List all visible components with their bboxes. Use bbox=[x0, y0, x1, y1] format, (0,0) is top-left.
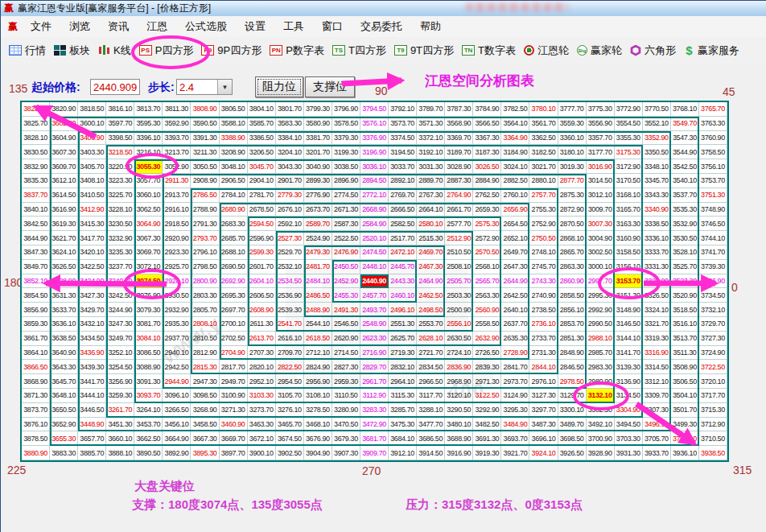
gann-cell: 3674.50 bbox=[276, 431, 304, 446]
toolbar-item-p-number-table[interactable]: PNP数字表 bbox=[270, 43, 324, 58]
gann-cell: 2942.50 bbox=[163, 360, 191, 374]
gann-cell: 2784.10 bbox=[220, 188, 248, 203]
gann-cell: 2455.30 bbox=[332, 288, 360, 303]
gann-cell: 2800.90 bbox=[191, 274, 219, 289]
gann-highlight-cell-0度: 3153.70 bbox=[615, 274, 643, 289]
gann-cell: 3748.90 bbox=[699, 203, 727, 217]
gann-cell: 3057.70 bbox=[134, 174, 163, 188]
toolbar-item-kline[interactable]: K线 bbox=[98, 43, 131, 58]
gann-cell: 2968.90 bbox=[445, 374, 473, 389]
toolbar-item-9t-square[interactable]: T99T四方形 bbox=[394, 43, 454, 58]
gann-cell: 3283.30 bbox=[360, 403, 389, 418]
gann-cell: 3064.90 bbox=[134, 217, 163, 231]
gann-cell: 2731.30 bbox=[529, 346, 558, 361]
gann-cell: 2592.10 bbox=[276, 217, 304, 231]
menu-item-公式选股[interactable]: 公式选股 bbox=[176, 20, 236, 32]
gann-cell: 3520.90 bbox=[671, 288, 699, 303]
gann-cell: 2940.10 bbox=[163, 346, 191, 361]
toolbar-item-t-square[interactable]: TST四方形 bbox=[332, 43, 386, 58]
toolbar-item-label: T数字表 bbox=[478, 43, 516, 58]
gann-cell: 2714.50 bbox=[332, 346, 360, 361]
menu-item-文件[interactable]: 文件 bbox=[22, 20, 60, 32]
gann-cell: 3847.30 bbox=[22, 245, 50, 260]
badge-green: T9 bbox=[394, 45, 407, 56]
gann-cell: 3271.30 bbox=[220, 403, 248, 418]
gann-cell: 3494.50 bbox=[615, 418, 643, 432]
menu-item-交易委托[interactable]: 交易委托 bbox=[352, 20, 411, 32]
gann-cell: 3676.90 bbox=[304, 431, 332, 446]
gann-cell: 2702.50 bbox=[220, 332, 248, 346]
gann-cell: 3660.10 bbox=[106, 431, 134, 446]
gann-cell: 2779.30 bbox=[276, 188, 304, 203]
menu-item-浏览[interactable]: 浏览 bbox=[60, 20, 99, 32]
gann-cell: 2563.30 bbox=[473, 288, 501, 303]
gann-cell: 3180.10 bbox=[558, 145, 587, 159]
gann-cell: 3016.90 bbox=[587, 159, 615, 174]
toolbar-item-winner-wheel[interactable]: Big赢家轮 bbox=[577, 43, 622, 58]
gann-cell: 2726.50 bbox=[473, 346, 501, 361]
toolbar-item-label: P数字表 bbox=[286, 43, 324, 58]
gann-cell: 2863.30 bbox=[558, 260, 587, 274]
gann-cell: 2640.10 bbox=[501, 303, 529, 317]
menu-item-工具[interactable]: 工具 bbox=[274, 20, 313, 32]
toolbar-item-hexagon[interactable]: 六角形 bbox=[630, 43, 676, 58]
gann-cell: 3825.70 bbox=[22, 117, 50, 131]
gann-cell: 3151.30 bbox=[615, 288, 643, 303]
gann-cell: 3489.70 bbox=[558, 418, 587, 432]
support-button[interactable]: 支撑位 bbox=[305, 76, 355, 97]
gann-cell: 3506.50 bbox=[671, 374, 699, 389]
gann-cell: 3820.90 bbox=[50, 102, 78, 117]
badge-red: PS bbox=[139, 45, 152, 56]
gann-cell: 3259.30 bbox=[106, 389, 134, 403]
gann-cell: 3801.70 bbox=[276, 102, 304, 117]
gann-cell: 3631.30 bbox=[50, 288, 78, 303]
toolbar-item-9p-square[interactable]: P99P四方形 bbox=[201, 43, 262, 58]
gann-cell: 2558.50 bbox=[473, 317, 501, 332]
menu-item-江恩[interactable]: 江恩 bbox=[138, 20, 176, 32]
gann-cell: 3211.30 bbox=[191, 145, 219, 159]
gann-cell: 3472.90 bbox=[360, 418, 389, 432]
gann-cell: 3556.90 bbox=[587, 117, 615, 131]
gann-cell: 2851.30 bbox=[558, 332, 587, 346]
gann-cell: 2767.30 bbox=[417, 188, 445, 203]
gann-cell: 2956.90 bbox=[304, 374, 332, 389]
gann-cell: 3530.50 bbox=[671, 231, 699, 245]
gann-cell: 3163.30 bbox=[615, 217, 643, 231]
gann-cell: 3100.90 bbox=[220, 389, 248, 403]
gann-cell: 3859.30 bbox=[22, 317, 50, 332]
gann-center-cell: 2440.90 bbox=[360, 274, 389, 289]
gann-cell: 3830.50 bbox=[22, 145, 50, 159]
gann-cell: 3722.50 bbox=[699, 360, 727, 374]
gann-cell: 2738.50 bbox=[529, 303, 558, 317]
gann-cell: 2632.90 bbox=[473, 332, 501, 346]
toolbar-item-p-square[interactable]: PSP四方形 bbox=[139, 43, 194, 58]
menu-item-资讯[interactable]: 资讯 bbox=[99, 20, 138, 32]
gann-cell: 2947.30 bbox=[191, 374, 219, 389]
gann-cell: 3127.30 bbox=[529, 389, 558, 403]
resistance-button[interactable]: 阻力位 bbox=[255, 76, 303, 97]
menu-item-帮助[interactable]: 帮助 bbox=[411, 20, 450, 32]
toolbar-item-gann-wheel[interactable]: 江恩轮 bbox=[524, 43, 569, 58]
gann-cell: 3595.30 bbox=[134, 117, 163, 131]
gann-cell: 3014.50 bbox=[587, 174, 615, 188]
gann-cell: 3168.10 bbox=[615, 188, 643, 203]
gann-cell: 2877.70 bbox=[558, 174, 587, 188]
gann-cell: 2887.30 bbox=[445, 174, 473, 188]
toolbar-item-sectors[interactable]: 板块 bbox=[54, 43, 90, 58]
toolbar-item-winner-service[interactable]: $赢家服务 bbox=[684, 43, 739, 58]
start-price-input[interactable] bbox=[90, 79, 140, 95]
toolbar-item-t-number-table[interactable]: TNT数字表 bbox=[462, 43, 516, 58]
gann-cell: 2952.10 bbox=[248, 374, 276, 389]
menu-item-设置[interactable]: 设置 bbox=[236, 20, 274, 32]
gann-cell: 2445.70 bbox=[389, 260, 417, 274]
gann-highlight-cell-315度: 3132.10 bbox=[587, 389, 615, 403]
step-combobox[interactable]: 2.4 ▼ bbox=[176, 79, 233, 95]
app-logo-icon: 赢 bbox=[4, 3, 14, 14]
gann-cell: 2649.70 bbox=[501, 245, 529, 260]
gann-cell: 2611.30 bbox=[248, 317, 276, 332]
chevron-down-icon[interactable]: ▼ bbox=[217, 80, 232, 94]
toolbar-item-market-quotes[interactable]: 行情 bbox=[9, 43, 46, 58]
menu-item-窗口[interactable]: 窗口 bbox=[313, 20, 352, 32]
gann-cell: 3465.70 bbox=[276, 418, 304, 432]
gann-cell: 3086.50 bbox=[134, 346, 163, 361]
